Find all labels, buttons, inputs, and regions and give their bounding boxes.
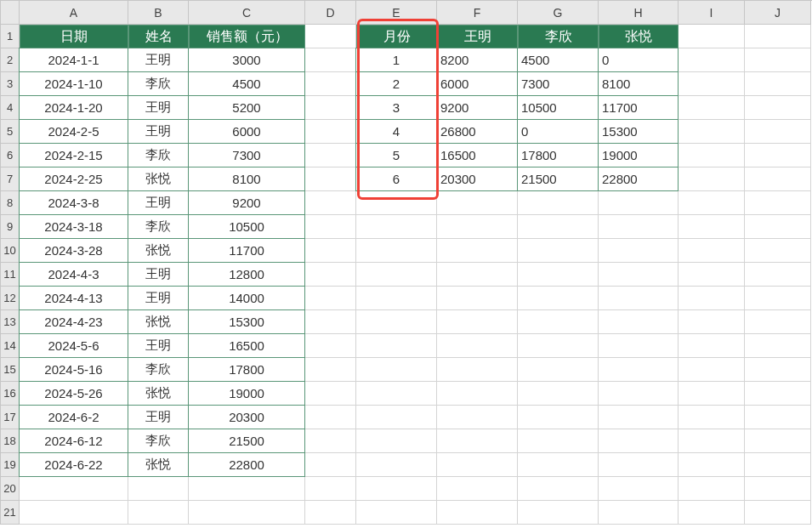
cell-F11[interactable]	[437, 263, 518, 287]
cell-J6[interactable]	[745, 144, 811, 167]
cell-J11[interactable]	[745, 263, 811, 287]
cell-J20[interactable]	[745, 477, 811, 501]
cell-D3[interactable]	[305, 72, 356, 96]
cell-H9[interactable]	[599, 215, 679, 239]
cell-G19[interactable]	[518, 453, 599, 477]
cell-B10[interactable]: 张悦	[128, 238, 189, 263]
cell-B8[interactable]: 王明	[128, 190, 189, 215]
cell-A21[interactable]	[20, 501, 128, 525]
cell-E21[interactable]	[356, 501, 437, 525]
row-header-5[interactable]: 5	[1, 120, 20, 144]
cell-H10[interactable]	[599, 239, 679, 263]
cell-C19[interactable]: 22800	[188, 452, 305, 477]
cell-C17[interactable]: 20300	[188, 405, 305, 429]
cell-H18[interactable]	[599, 429, 679, 453]
row-header-15[interactable]: 15	[1, 358, 20, 382]
cell-E3[interactable]: 2	[355, 71, 437, 96]
cell-A2[interactable]: 2024-1-1	[19, 48, 128, 72]
cell-D11[interactable]	[305, 263, 356, 287]
cell-G9[interactable]	[518, 215, 599, 239]
spreadsheet-grid[interactable]: ABCDEFGHIJ1日期姓名销售额（元）月份王明李欣张悦22024-1-1王明…	[0, 0, 812, 525]
cell-B15[interactable]: 李欣	[128, 357, 189, 382]
cell-E1[interactable]: 月份	[356, 25, 437, 48]
cell-F4[interactable]: 9200	[436, 95, 518, 120]
cell-J1[interactable]	[745, 25, 811, 48]
cell-G8[interactable]	[518, 191, 599, 215]
cell-H19[interactable]	[599, 453, 679, 477]
row-header-4[interactable]: 4	[1, 96, 20, 120]
cell-B12[interactable]: 王明	[128, 286, 189, 310]
row-header-19[interactable]: 19	[1, 453, 20, 477]
cell-F3[interactable]: 6000	[436, 71, 518, 96]
cell-E2[interactable]: 1	[355, 48, 437, 72]
cell-D5[interactable]	[305, 120, 356, 144]
cell-B16[interactable]: 张悦	[128, 381, 189, 406]
col-header-C[interactable]: C	[189, 1, 305, 25]
cell-A5[interactable]: 2024-2-5	[19, 119, 128, 144]
cell-F18[interactable]	[437, 429, 518, 453]
cell-A8[interactable]: 2024-3-8	[19, 190, 128, 215]
cell-H16[interactable]	[599, 382, 679, 406]
cell-G6[interactable]: 17800	[517, 143, 599, 167]
cell-H3[interactable]: 8100	[598, 71, 679, 96]
cell-E18[interactable]	[356, 429, 437, 453]
col-header-B[interactable]: B	[128, 1, 189, 25]
cell-H4[interactable]: 11700	[598, 95, 679, 120]
cell-G13[interactable]	[518, 310, 599, 334]
cell-C16[interactable]: 19000	[188, 381, 305, 406]
cell-C12[interactable]: 14000	[188, 286, 305, 310]
cell-I9[interactable]	[679, 215, 745, 239]
cell-J8[interactable]	[745, 191, 811, 215]
cell-I20[interactable]	[679, 477, 745, 501]
cell-G7[interactable]: 21500	[517, 167, 599, 191]
cell-E15[interactable]	[356, 358, 437, 382]
cell-J5[interactable]	[745, 120, 811, 144]
cell-C13[interactable]: 15300	[188, 309, 305, 334]
cell-D7[interactable]	[305, 167, 356, 191]
cell-I11[interactable]	[679, 263, 745, 287]
cell-F12[interactable]	[437, 287, 518, 310]
cell-E5[interactable]: 4	[355, 119, 437, 144]
cell-G1[interactable]: 李欣	[518, 25, 599, 48]
row-header-16[interactable]: 16	[1, 382, 20, 406]
row-header-7[interactable]: 7	[1, 167, 20, 191]
cell-G5[interactable]: 0	[517, 119, 599, 144]
col-header-E[interactable]: E	[356, 1, 437, 25]
cell-E8[interactable]	[356, 191, 437, 215]
cell-I17[interactable]	[679, 406, 745, 429]
cell-B13[interactable]: 张悦	[128, 309, 189, 334]
cell-J15[interactable]	[745, 358, 811, 382]
cell-D12[interactable]	[305, 287, 356, 310]
cell-G3[interactable]: 7300	[517, 71, 599, 96]
cell-E19[interactable]	[356, 453, 437, 477]
cell-E9[interactable]	[356, 215, 437, 239]
cell-E7[interactable]: 6	[355, 167, 437, 191]
cell-D9[interactable]	[305, 215, 356, 239]
cell-G21[interactable]	[518, 501, 599, 525]
col-header-I[interactable]: I	[679, 1, 745, 25]
cell-G10[interactable]	[518, 239, 599, 263]
cell-J9[interactable]	[745, 215, 811, 239]
cell-A13[interactable]: 2024-4-23	[19, 309, 128, 334]
row-header-2[interactable]: 2	[1, 48, 20, 72]
cell-I1[interactable]	[679, 25, 745, 48]
cell-C7[interactable]: 8100	[188, 167, 305, 191]
cell-I6[interactable]	[679, 144, 745, 167]
cell-A3[interactable]: 2024-1-10	[19, 71, 128, 96]
cell-H2[interactable]: 0	[598, 48, 679, 72]
cell-E14[interactable]	[356, 334, 437, 358]
row-header-12[interactable]: 12	[1, 287, 20, 310]
cell-J14[interactable]	[745, 334, 811, 358]
cell-I21[interactable]	[679, 501, 745, 525]
cell-C14[interactable]: 16500	[188, 333, 305, 358]
cell-J3[interactable]	[745, 72, 811, 96]
cell-D2[interactable]	[305, 48, 356, 72]
cell-H1[interactable]: 张悦	[599, 25, 679, 48]
cell-A16[interactable]: 2024-5-26	[19, 381, 128, 406]
cell-I19[interactable]	[679, 453, 745, 477]
cell-B19[interactable]: 张悦	[128, 452, 189, 477]
cell-I12[interactable]	[679, 287, 745, 310]
cell-B3[interactable]: 李欣	[128, 71, 189, 96]
cell-B1[interactable]: 姓名	[128, 25, 189, 48]
cell-J2[interactable]	[745, 48, 811, 72]
